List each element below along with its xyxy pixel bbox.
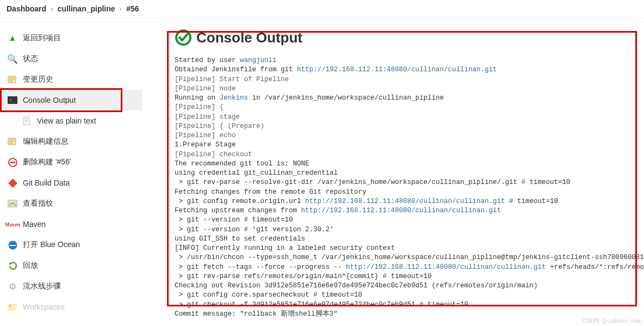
sidebar-item-replay[interactable]: 回放 bbox=[0, 255, 142, 276]
sidebar-item-console[interactable]: >_ Console Output bbox=[0, 90, 142, 110]
sidebar-item-label: Console Output bbox=[23, 96, 76, 104]
console-output: Started by user wangjunli Obtained Jenki… bbox=[142, 56, 644, 319]
sidebar-item-label: 查看指纹 bbox=[23, 199, 53, 208]
page-title: Console Output bbox=[142, 29, 644, 46]
breadcrumb-item[interactable]: cullinan_pipline bbox=[58, 4, 115, 13]
sidebar-item-label: 返回到项目 bbox=[23, 33, 61, 43]
chevron-right-icon: › bbox=[120, 4, 122, 13]
no-entry-icon bbox=[8, 157, 17, 167]
breadcrumb: Dashboard › cullinan_pipline › #56 bbox=[0, 0, 644, 18]
git-icon bbox=[8, 178, 17, 188]
sidebar-item-status[interactable]: 🔍 状态 bbox=[0, 48, 142, 69]
gear-icon: ⚙ bbox=[8, 281, 17, 291]
sidebar-item-edit[interactable]: 编辑构建信息 bbox=[0, 131, 142, 152]
svg-rect-7 bbox=[8, 179, 17, 188]
folder-icon: 📁 bbox=[8, 302, 17, 312]
notepad-icon bbox=[8, 137, 17, 146]
breadcrumb-item[interactable]: #56 bbox=[126, 4, 139, 13]
chevron-right-icon: › bbox=[51, 4, 53, 13]
sidebar-item-label: 变更历史 bbox=[23, 75, 53, 84]
main-content: Console Output Started by user wangjunli… bbox=[142, 18, 644, 324]
sidebar-item-fingerprint[interactable]: 查看指纹 bbox=[0, 193, 142, 214]
svg-rect-3 bbox=[23, 117, 29, 125]
sidebar: ▲ 返回到项目 🔍 状态 变更历史 >_ Console Output View… bbox=[0, 18, 142, 324]
document-icon bbox=[22, 116, 32, 126]
redo-icon bbox=[8, 261, 17, 270]
sidebar-item-maven[interactable]: Maven Maven bbox=[0, 214, 142, 235]
sidebar-item-plaintext[interactable]: View as plain text bbox=[0, 110, 142, 131]
sidebar-item-label: 编辑构建信息 bbox=[23, 137, 69, 146]
svg-rect-6 bbox=[10, 162, 15, 163]
sidebar-item-label: 流水线步骤 bbox=[23, 281, 61, 291]
maven-icon: Maven bbox=[8, 219, 17, 229]
sidebar-item-label: 打开 Blue Ocean bbox=[23, 240, 80, 250]
sidebar-item-back[interactable]: ▲ 返回到项目 bbox=[0, 28, 142, 48]
sidebar-item-workspaces[interactable]: 📁 Workspaces bbox=[0, 297, 142, 317]
terminal-icon: >_ bbox=[8, 95, 17, 105]
sidebar-item-delete[interactable]: 删除构建 '#56' bbox=[0, 152, 142, 173]
breadcrumb-item[interactable]: Dashboard bbox=[7, 4, 46, 13]
sidebar-item-pipesteps[interactable]: ⚙ 流水线步骤 bbox=[0, 276, 142, 297]
sidebar-item-label: 状态 bbox=[23, 54, 38, 64]
blueocean-icon bbox=[8, 240, 17, 250]
sidebar-item-label: 删除构建 '#56' bbox=[23, 157, 71, 167]
svg-text:>_: >_ bbox=[9, 97, 15, 103]
sidebar-item-gitdata[interactable]: Git Build Data bbox=[0, 173, 142, 193]
notepad-icon bbox=[8, 75, 17, 84]
fingerprint-icon bbox=[8, 199, 17, 208]
sidebar-item-label: 回放 bbox=[23, 261, 38, 270]
page-title-text: Console Output bbox=[196, 29, 302, 46]
sidebar-item-label: Workspaces bbox=[23, 303, 65, 311]
arrow-up-icon: ▲ bbox=[8, 33, 17, 43]
sidebar-item-label: Maven bbox=[23, 220, 46, 229]
search-icon: 🔍 bbox=[8, 54, 17, 64]
sidebar-item-label: Git Build Data bbox=[23, 179, 70, 187]
sidebar-item-label: View as plain text bbox=[37, 116, 96, 125]
sidebar-item-changes[interactable]: 变更历史 bbox=[0, 69, 142, 90]
success-icon bbox=[175, 29, 192, 46]
watermark: CSDN @cullinan_real bbox=[583, 317, 641, 324]
sidebar-item-blueocean[interactable]: 打开 Blue Ocean bbox=[0, 235, 142, 255]
